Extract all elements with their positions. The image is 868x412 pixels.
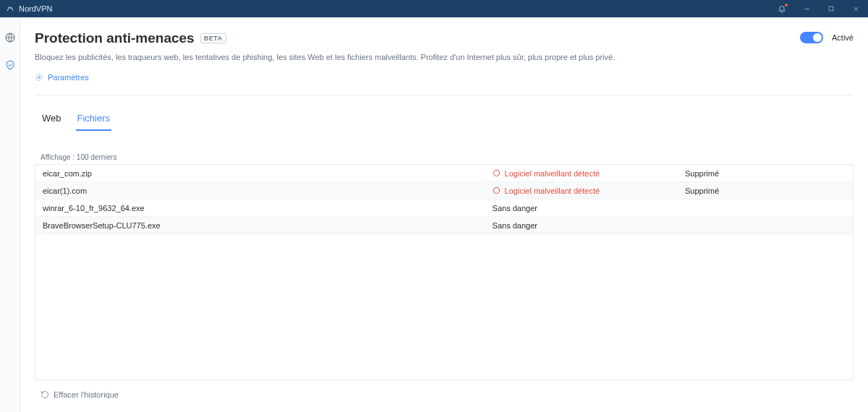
svg-point-5 xyxy=(38,77,41,79)
file-action: Supprimé xyxy=(685,169,846,178)
table-row[interactable]: winrar_6-10_fr_9632_64.exeSans danger xyxy=(35,199,853,217)
file-name: BraveBrowserSetup-CLU775.exe xyxy=(43,221,493,230)
table-row[interactable]: eicar_com.zipLogiciel malveillant détect… xyxy=(35,165,853,182)
tab-files[interactable]: Fichiers xyxy=(76,108,112,131)
main-panel: Protection anti-menaces BETA Bloquez les… xyxy=(20,17,868,412)
file-action: Supprimé xyxy=(685,186,846,195)
close-button[interactable] xyxy=(843,0,868,17)
footer: Effacer l'historique xyxy=(35,380,854,412)
table-row[interactable]: eicar(1).comLogiciel malveillant détecté… xyxy=(35,182,853,199)
sidebar xyxy=(0,17,20,412)
page-title-text: Protection anti-menaces xyxy=(35,30,195,46)
settings-link[interactable]: Paramètres xyxy=(35,73,89,82)
divider xyxy=(35,95,854,95)
window-controls xyxy=(770,0,868,17)
page-description: Bloquez les publicités, les traqueurs we… xyxy=(35,52,800,63)
notifications-icon[interactable] xyxy=(770,0,794,17)
tabs: Web Fichiers xyxy=(35,108,854,132)
warning-icon xyxy=(493,186,501,194)
clear-history-label: Effacer l'historique xyxy=(54,390,119,399)
app-icon xyxy=(6,4,14,13)
page-title: Protection anti-menaces BETA xyxy=(35,30,226,46)
svg-rect-1 xyxy=(829,7,833,11)
table-row[interactable]: BraveBrowserSetup-CLU775.exeSans danger xyxy=(35,217,853,234)
window-title: NordVPN xyxy=(19,4,52,13)
clear-history-link[interactable]: Effacer l'historique xyxy=(41,390,119,399)
file-table: eicar_com.zipLogiciel malveillant détect… xyxy=(35,164,854,380)
toggle-label: Activé xyxy=(832,33,854,42)
list-info: Affichage : 100 derniers xyxy=(35,153,854,161)
settings-link-label: Paramètres xyxy=(48,73,89,82)
file-name: eicar_com.zip xyxy=(43,169,493,178)
file-name: winrar_6-10_fr_9632_64.exe xyxy=(43,204,493,213)
beta-badge: BETA xyxy=(200,33,226,43)
maximize-button[interactable] xyxy=(819,0,843,17)
warning-icon xyxy=(493,169,501,177)
titlebar: NordVPN xyxy=(0,0,868,17)
minimize-button[interactable] xyxy=(794,0,819,17)
enable-toggle[interactable] xyxy=(800,32,823,43)
file-status: Logiciel malveillant détecté xyxy=(493,169,685,178)
file-status: Logiciel malveillant détecté xyxy=(493,186,685,195)
tab-web[interactable]: Web xyxy=(41,108,63,131)
sidebar-item-shield[interactable] xyxy=(3,58,17,72)
sidebar-item-globe[interactable] xyxy=(3,30,17,45)
file-name: eicar(1).com xyxy=(43,186,493,195)
file-status: Sans danger xyxy=(493,221,685,230)
file-status: Sans danger xyxy=(493,204,685,213)
